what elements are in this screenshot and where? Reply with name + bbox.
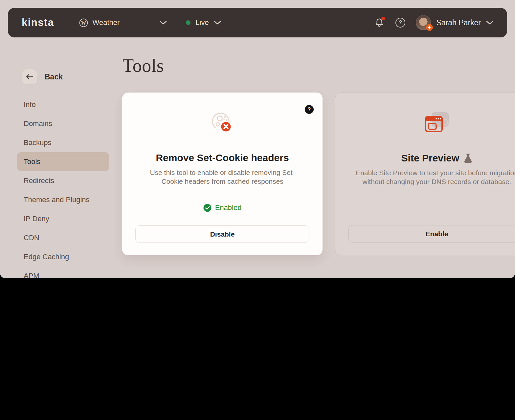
user-menu[interactable]: Sarah Parker xyxy=(416,15,493,30)
site-chevron-down-icon[interactable] xyxy=(160,20,167,25)
top-navigation-bar: kinsta W Weather Live xyxy=(8,8,507,37)
sidebar-item-cdn[interactable]: CDN xyxy=(17,228,109,247)
back-label: Back xyxy=(45,73,63,81)
site-preview-description: Enable Site Preview to test your site be… xyxy=(354,169,515,186)
cookie-status-label: Enabled xyxy=(215,203,242,212)
enable-button[interactable]: Enable xyxy=(348,225,515,242)
lightning-badge-icon xyxy=(426,24,433,31)
sidebar-item-ip-deny[interactable]: IP Deny xyxy=(17,209,109,228)
wordpress-icon: W xyxy=(79,18,88,27)
environment-selector[interactable]: Live xyxy=(186,18,221,27)
environment-label: Live xyxy=(195,18,209,27)
svg-text:W: W xyxy=(81,20,86,25)
remove-set-cookie-card: ? Remove Set-Cookie headers xyxy=(122,93,323,255)
sidebar-item-domains[interactable]: Domains xyxy=(17,114,109,133)
cookie-card-description: Use this tool to enable or disable remov… xyxy=(140,168,305,186)
back-arrow-icon[interactable] xyxy=(22,69,37,85)
help-icon: ? xyxy=(395,18,405,28)
help-button[interactable]: ? xyxy=(395,17,406,28)
site-selector[interactable]: W Weather xyxy=(79,18,120,27)
environment-chevron-down-icon xyxy=(214,20,221,25)
sidebar-item-redirects[interactable]: Redirects xyxy=(17,171,109,190)
user-name: Sarah Parker xyxy=(436,18,481,27)
topbar-actions: ? Sarah Parker xyxy=(374,15,493,30)
user-chevron-down-icon xyxy=(486,20,493,25)
sidebar: Back Info Domains Backups Tools Redirect… xyxy=(17,69,109,278)
sidebar-item-apm[interactable]: APM xyxy=(17,266,109,278)
sidebar-nav: Info Domains Backups Tools Redirects The… xyxy=(17,95,109,278)
page-title: Tools xyxy=(123,55,164,76)
app-window: kinsta W Weather Live xyxy=(0,0,515,278)
sidebar-item-themes-and-plugins[interactable]: Themes and Plugins xyxy=(17,190,109,209)
live-status-dot xyxy=(186,20,190,25)
sidebar-item-tools[interactable]: Tools xyxy=(17,152,109,171)
avatar xyxy=(416,15,431,30)
site-preview-card: Site Preview Enable Site Preview to test… xyxy=(335,93,515,255)
sidebar-item-edge-caching[interactable]: Edge Caching xyxy=(17,247,109,266)
notifications-button[interactable] xyxy=(374,17,385,28)
sidebar-item-backups[interactable]: Backups xyxy=(17,133,109,152)
check-circle-icon xyxy=(203,204,212,212)
cookie-status: Enabled xyxy=(203,203,242,212)
card-help-icon[interactable]: ? xyxy=(305,105,314,114)
disable-button[interactable]: Disable xyxy=(135,225,309,243)
notification-dot xyxy=(381,17,385,20)
site-preview-title: Site Preview xyxy=(401,153,459,164)
flask-icon xyxy=(464,153,472,163)
sidebar-item-info[interactable]: Info xyxy=(17,95,109,114)
cookie-card-title: Remove Set-Cookie headers xyxy=(156,152,289,163)
back-button[interactable]: Back xyxy=(22,69,109,85)
cookie-remove-icon xyxy=(210,111,235,134)
kinsta-logo[interactable]: kinsta xyxy=(22,17,54,29)
site-name: Weather xyxy=(93,18,120,27)
site-preview-browser-icon xyxy=(424,111,450,134)
